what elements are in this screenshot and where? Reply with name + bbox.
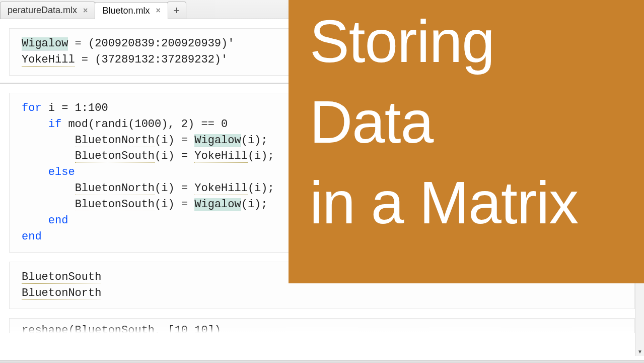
var-wigalow: Wigalow: [22, 37, 68, 50]
tab-blueton[interactable]: Blueton.mlx ×: [95, 2, 168, 19]
var-wigalow: Wigalow: [194, 134, 241, 147]
code-text: reshape(BluetonSouth, [10 10]): [22, 324, 221, 333]
var-bluetonsouth: BluetonSouth: [22, 271, 101, 284]
var-bluetonsouth: BluetonSouth: [75, 198, 155, 211]
tab-label: peratureData.mlx: [8, 5, 77, 16]
var-bluetonsouth: BluetonSouth: [75, 150, 155, 163]
var-bluetonnorth: BluetonNorth: [75, 182, 155, 195]
close-icon[interactable]: ×: [83, 6, 88, 15]
overlay-line-2: Data: [310, 90, 629, 155]
plus-icon: +: [173, 4, 180, 17]
var-yokehill: YokeHill: [194, 150, 248, 163]
code-text: (i) =: [155, 182, 194, 195]
code-text: mod(randi(1000), 2) == 0: [61, 118, 228, 131]
code-text: (i);: [241, 134, 268, 147]
tab-label: Blueton.mlx: [102, 6, 150, 16]
code-text: (i) =: [155, 198, 194, 211]
tab-temperature-data[interactable]: peratureData.mlx ×: [0, 2, 95, 19]
code-text: i = 1:100: [42, 102, 108, 114]
code-text: (i);: [241, 198, 268, 211]
overlay-line-1: Storing: [310, 9, 629, 75]
code-text: (i) =: [155, 134, 194, 147]
keyword-end: end: [48, 214, 68, 227]
code-text: (i);: [248, 182, 274, 195]
status-bar: [0, 360, 644, 363]
var-yokehill: YokeHill: [22, 53, 75, 67]
code-text: = (37289132:37289232)': [75, 53, 228, 66]
code-text: (i) =: [155, 150, 194, 162]
var-yokehill: YokeHill: [194, 182, 248, 195]
new-tab-button[interactable]: +: [167, 2, 186, 19]
code-text: (i);: [248, 150, 274, 162]
var-wigalow: Wigalow: [194, 198, 241, 211]
code-text: = (200920839:200920939)': [68, 37, 234, 50]
var-bluetonnorth: BluetonNorth: [22, 287, 101, 300]
scroll-down-button[interactable]: ▼: [635, 347, 644, 356]
code-cell-4[interactable]: reshape(BluetonSouth, [10 10]): [9, 318, 635, 333]
var-bluetonnorth: BluetonNorth: [75, 134, 155, 147]
overlay-line-3: in a Matrix: [310, 170, 629, 236]
title-overlay: Storing Data in a Matrix: [289, 0, 644, 283]
close-icon[interactable]: ×: [156, 6, 160, 15]
chevron-down-icon: ▼: [637, 349, 642, 354]
keyword-else: else: [48, 166, 75, 178]
keyword-end: end: [22, 230, 42, 243]
keyword-for: for: [22, 102, 42, 114]
keyword-if: if: [48, 118, 61, 131]
